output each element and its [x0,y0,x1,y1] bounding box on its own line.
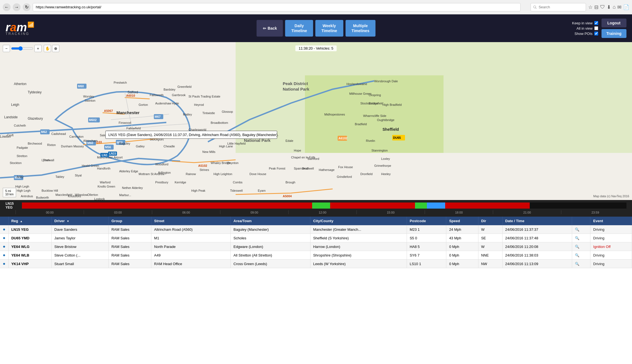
zoom-out-button[interactable]: − [3,45,10,52]
back-button[interactable]: ⇦ Back [257,20,283,37]
table-row[interactable]: ● LN15 YEG Dave Sanders RAM Sales Altrin… [0,225,632,234]
row-group[interactable]: RAM Sales [108,242,151,251]
speed-lookup-icon[interactable]: 🔍 [575,253,579,257]
row-street[interactable]: M1 [151,234,231,242]
row-reg[interactable]: YK14 VHP [8,260,51,268]
refresh-button[interactable]: ↻ [23,3,30,11]
row-driver[interactable]: Steve Cotton (... [52,251,109,260]
mail-icon[interactable]: ✉ [617,4,621,10]
row-speedicon[interactable]: 🔍 [572,225,590,234]
multiple-timelines-button[interactable]: Multiple Timelines [345,20,375,37]
row-speedicon[interactable]: 🔍 [572,260,590,268]
col-header-speedicon[interactable] [572,217,590,225]
row-speedicon[interactable]: 🔍 [572,242,590,251]
row-icon[interactable]: ● [0,251,8,260]
all-in-view-label[interactable]: All in view [577,26,598,30]
row-reg[interactable]: LN15 YEG [8,225,51,234]
timeline-bar-container[interactable] [22,202,626,209]
pan-button[interactable]: ✋ [44,45,51,52]
row-area[interactable]: All Stretton (All Stretton) [231,251,310,260]
svg-text:Culcheth: Culcheth [14,124,26,127]
training-button[interactable]: Training [602,29,626,38]
forward-nav-button[interactable]: → [13,3,21,11]
col-header-dir[interactable]: Dir [478,217,502,225]
col-header-city[interactable]: City/County [310,217,407,225]
row-driver[interactable]: Dave Sanders [52,225,109,234]
speed-lookup-icon[interactable]: 🔍 [575,245,579,249]
row-street[interactable]: RAM Head Office [151,260,231,268]
timeline-green-1 [312,202,330,209]
row-reg[interactable]: DU65 YMD [8,234,51,242]
home-icon[interactable]: ⌂ [613,4,616,10]
row-speedicon[interactable]: 🔍 [572,251,590,260]
col-header-group[interactable]: Group [108,217,151,225]
row-driver[interactable]: Steve Bristow [52,242,109,251]
zoom-slider[interactable] [11,46,33,51]
row-icon[interactable]: ● [0,234,8,242]
table-row[interactable]: ● YE64 WLG Steve Bristow RAM Sales North… [0,242,632,251]
svg-text:Croft: Croft [7,134,14,137]
col-header-icon[interactable] [0,217,8,225]
row-reg[interactable]: YE64 WLB [8,251,51,260]
speed-lookup-icon[interactable]: 🔍 [575,236,579,240]
all-in-view-checkbox[interactable] [594,26,598,30]
map-container[interactable]: A5103 A6010 A5067 A5102 A5004 M60 M62 M5… [0,42,632,200]
row-group[interactable]: RAM Sales [108,234,151,242]
row-dir: NNE [478,251,502,260]
row-area[interactable]: Edgware (London) [231,242,310,251]
vehicle-marker-ln15[interactable]: LN15 [108,152,117,156]
col-header-datetime[interactable]: Date / Time [502,217,572,225]
table-row[interactable]: ● DU65 YMD James Taylor RAM Sales M1 Sch… [0,234,632,242]
table-row[interactable]: ● YK14 VHP Stuart Small RAM Sales RAM He… [0,260,632,268]
col-header-area[interactable]: Area/Town [231,217,310,225]
col-header-speed[interactable]: Speed [446,217,478,225]
table-row[interactable]: ● YE64 WLB Steve Cotton (... RAM Sales A… [0,251,632,260]
row-icon[interactable]: ● [0,260,8,268]
zoom-in-button[interactable]: + [34,45,42,52]
row-area[interactable]: Scholes [231,234,310,242]
svg-text:Woodford: Woodford [155,163,169,166]
weekly-timeline-button[interactable]: Weekly Timeline [315,20,343,37]
row-area[interactable]: Baguley (Manchester) [231,225,310,234]
search-input[interactable] [531,3,586,11]
back-nav-button[interactable]: ← [3,3,11,11]
logout-button[interactable]: Logout [602,19,626,27]
row-street[interactable]: A49 [151,251,231,260]
col-header-street[interactable]: Street [151,217,231,225]
daily-timeline-button[interactable]: Daily Timeline [285,20,313,37]
url-bar[interactable] [33,3,521,11]
keep-in-view-label[interactable]: Keep in view [572,21,598,25]
star-icon[interactable]: ☆ [588,4,593,10]
show-pois-checkbox[interactable] [594,32,598,35]
speed-lookup-icon[interactable]: 🔍 [575,227,579,232]
row-driver[interactable]: Stuart Small [52,260,109,268]
pdf-icon[interactable]: 📄 [623,4,629,10]
col-header-reg[interactable]: Reg ▲ [8,217,51,225]
shield-icon[interactable]: 🛡 [600,4,605,10]
keep-in-view-checkbox[interactable] [594,21,598,25]
row-group[interactable]: RAM Sales [108,225,151,234]
select-button[interactable]: ⊕ [52,45,59,52]
svg-text:Kerridge: Kerridge [175,181,186,184]
row-group[interactable]: RAM Sales [108,260,151,268]
speed-lookup-icon[interactable]: 🔍 [575,262,579,266]
row-street[interactable]: Altrincham Road (A560) [151,225,231,234]
row-reg[interactable]: YE64 WLG [8,242,51,251]
col-header-postcode[interactable]: Postcode [407,217,446,225]
show-pois-label[interactable]: Show POIs [575,32,598,36]
col-header-driver[interactable]: Driver ▼ [52,217,109,225]
svg-text:M602: M602 [89,118,97,122]
row-postcode: M23 1 [407,225,446,234]
download-icon[interactable]: ⬇ [607,4,611,10]
svg-text:Fox House: Fox House [338,165,353,169]
row-speedicon[interactable]: 🔍 [572,234,590,242]
row-street[interactable]: North Parade [151,242,231,251]
svg-text:Bradwell: Bradwell [302,167,314,170]
col-header-event[interactable]: Event [590,217,632,225]
row-group[interactable]: RAM Sales [108,251,151,260]
bookmark-icon[interactable]: ⊟ [594,4,598,10]
row-area[interactable]: Cross Green (Leeds) [231,260,310,268]
row-driver[interactable]: James Taylor [52,234,109,242]
row-icon[interactable]: ● [0,242,8,251]
row-icon[interactable]: ● [0,225,8,234]
